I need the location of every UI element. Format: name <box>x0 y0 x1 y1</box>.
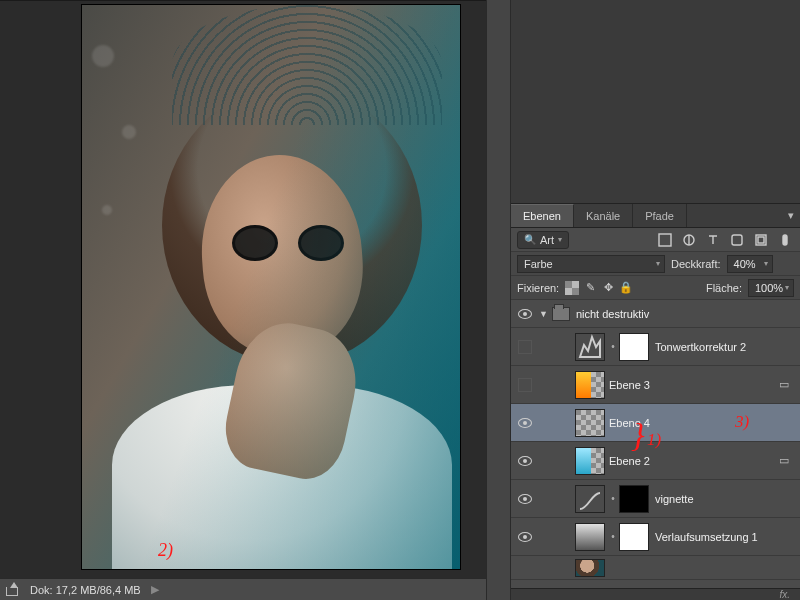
gradientmap-adjustment-icon <box>575 523 605 551</box>
blend-mode-value: Farbe <box>524 258 553 270</box>
visibility-toggle-off[interactable] <box>518 378 532 392</box>
status-bar: Dok: 17,2 MB/86,4 MB ▶ <box>0 578 486 600</box>
search-icon: 🔍 <box>524 234 536 245</box>
layer-row-partial[interactable] <box>511 556 800 580</box>
visibility-eye-icon[interactable] <box>518 494 532 504</box>
properties-preview-area <box>511 0 800 204</box>
layer-name[interactable]: Ebene 3 <box>609 379 774 391</box>
layer-name[interactable]: nicht destruktiv <box>576 308 794 320</box>
opacity-input[interactable]: 40% ▾ <box>727 255 773 273</box>
status-chevron-icon[interactable]: ▶ <box>151 583 159 596</box>
tab-channels[interactable]: Kanäle <box>574 204 633 227</box>
svg-rect-4 <box>758 237 764 243</box>
layer-filter-kind-dropdown[interactable]: 🔍 Art ▾ <box>517 231 569 249</box>
layer-thumb[interactable] <box>575 371 605 399</box>
doc-size-label: Dok: 17,2 MB/86,4 MB <box>30 584 141 596</box>
svg-rect-0 <box>659 234 671 246</box>
lock-pixels-icon[interactable]: ✎ <box>583 281 597 295</box>
blend-mode-dropdown[interactable]: Farbe ▾ <box>517 255 665 273</box>
chevron-updown-icon: ▾ <box>656 259 660 268</box>
blend-opacity-row: Farbe ▾ Deckkraft: 40% ▾ <box>511 252 800 276</box>
svg-rect-2 <box>732 235 742 245</box>
curves-adjustment-icon <box>575 485 605 513</box>
layer-mask-thumb[interactable] <box>619 485 649 513</box>
layer-name[interactable]: Ebene 2 <box>609 455 774 467</box>
fill-value: 100% <box>755 282 783 294</box>
layer-name[interactable]: Verlaufsumsetzung 1 <box>655 531 794 543</box>
filter-type-icon[interactable] <box>704 231 722 249</box>
mask-link-icon[interactable]: • <box>609 341 617 352</box>
lock-fill-row: Fixieren: ✎ ✥ 🔒 Fläche: 100% ▾ <box>511 276 800 300</box>
layer-row-ebene4-selected[interactable]: Ebene 4 <box>511 404 800 442</box>
mask-link-icon[interactable]: • <box>609 493 617 504</box>
fill-input[interactable]: 100% ▾ <box>748 279 794 297</box>
lock-position-icon[interactable]: ✥ <box>601 281 615 295</box>
layers-list[interactable]: ▼ nicht destruktiv • Tonwertkorrektur 2 … <box>511 300 800 600</box>
tab-paths[interactable]: Pfade <box>633 204 687 227</box>
layer-mask-thumb[interactable] <box>619 333 649 361</box>
layer-group-row[interactable]: ▼ nicht destruktiv <box>511 300 800 328</box>
layers-panel-tabs: Ebenen Kanäle Pfade ▾ <box>511 204 800 228</box>
filter-adjustment-icon[interactable] <box>680 231 698 249</box>
chevron-updown-icon: ▾ <box>558 235 562 244</box>
visibility-eye-icon[interactable] <box>518 309 532 319</box>
right-panel-column: Ebenen Kanäle Pfade ▾ 🔍 Art ▾ Farbe ▾ De… <box>511 0 800 600</box>
panel-gutter <box>486 0 511 600</box>
lock-transparency-icon[interactable] <box>565 281 579 295</box>
lock-all-icon[interactable]: 🔒 <box>619 281 633 295</box>
annotation-2: 2) <box>158 540 173 561</box>
layer-row-gradientmap[interactable]: • Verlaufsumsetzung 1 <box>511 518 800 556</box>
visibility-eye-icon[interactable] <box>518 418 532 428</box>
layers-panel-footer: fx. <box>511 588 800 600</box>
visibility-toggle-off[interactable] <box>518 340 532 354</box>
chevron-down-icon: ▾ <box>764 259 768 268</box>
filter-toggle-icon[interactable] <box>776 231 794 249</box>
svg-rect-5 <box>783 235 787 245</box>
layer-name[interactable]: Ebene 4 <box>609 417 794 429</box>
layer-mask-thumb[interactable] <box>619 523 649 551</box>
panel-menu-icon[interactable]: ▾ <box>782 204 800 227</box>
layer-row-ebene3[interactable]: Ebene 3 ▭ <box>511 366 800 404</box>
filter-pixel-icon[interactable] <box>656 231 674 249</box>
layer-linked-icon[interactable]: ▭ <box>774 454 794 467</box>
folder-icon <box>552 307 570 321</box>
layer-filter-kind-label: Art <box>540 234 554 246</box>
layer-thumb[interactable] <box>575 447 605 475</box>
layer-linked-icon[interactable]: ▭ <box>774 378 794 391</box>
fx-label[interactable]: fx. <box>779 589 790 600</box>
fill-label: Fläche: <box>706 282 742 294</box>
layer-row-vignette[interactable]: • vignette <box>511 480 800 518</box>
canvas-area[interactable]: 2) <box>0 0 486 578</box>
filter-smartobject-icon[interactable] <box>752 231 770 249</box>
opacity-value: 40% <box>734 258 756 270</box>
layer-row-levels[interactable]: • Tonwertkorrektur 2 <box>511 328 800 366</box>
tab-layers[interactable]: Ebenen <box>511 204 574 227</box>
chevron-down-icon: ▾ <box>785 283 789 292</box>
layer-thumb[interactable] <box>575 409 605 437</box>
mask-link-icon[interactable]: • <box>609 531 617 542</box>
layer-name[interactable]: Tonwertkorrektur 2 <box>655 341 794 353</box>
layer-row-ebene2[interactable]: Ebene 2 ▭ <box>511 442 800 480</box>
filter-shape-icon[interactable] <box>728 231 746 249</box>
group-disclosure-icon[interactable]: ▼ <box>539 309 548 319</box>
layer-name[interactable]: vignette <box>655 493 794 505</box>
lock-label: Fixieren: <box>517 282 559 294</box>
levels-adjustment-icon <box>575 333 605 361</box>
visibility-eye-icon[interactable] <box>518 532 532 542</box>
share-icon[interactable] <box>6 584 20 596</box>
layer-thumb[interactable] <box>575 559 605 577</box>
visibility-eye-icon[interactable] <box>518 456 532 466</box>
layer-filter-row: 🔍 Art ▾ <box>511 228 800 252</box>
opacity-label: Deckkraft: <box>671 258 721 270</box>
document-canvas[interactable]: 2) <box>82 5 460 569</box>
